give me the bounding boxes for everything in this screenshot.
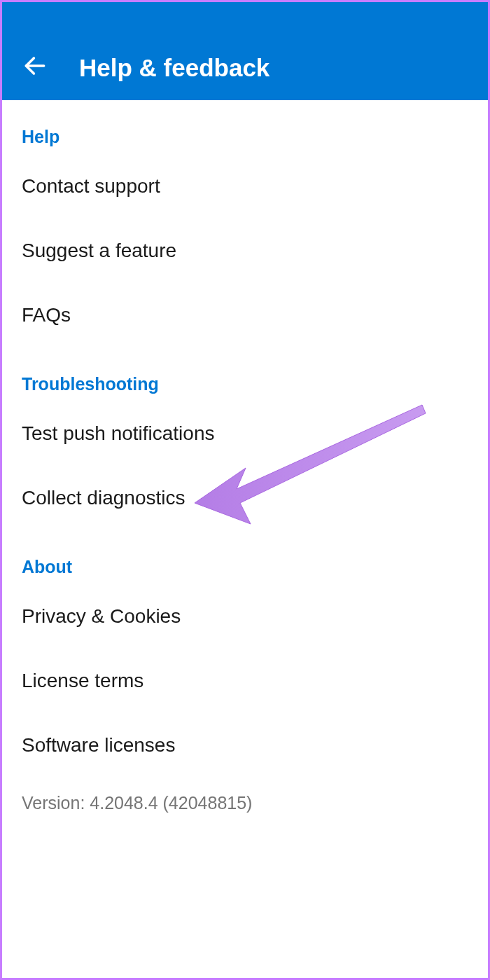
item-software-licenses[interactable]: Software licenses: [22, 713, 468, 778]
item-contact-support[interactable]: Contact support: [22, 154, 468, 219]
back-arrow-icon[interactable]: [22, 53, 48, 79]
page-title: Help & feedback: [79, 54, 270, 82]
item-suggest-feature[interactable]: Suggest a feature: [22, 219, 468, 283]
item-license-terms[interactable]: License terms: [22, 649, 468, 713]
version-text: Version: 4.2048.4 (42048815): [22, 778, 468, 829]
item-test-push-notifications[interactable]: Test push notifications: [22, 401, 468, 466]
item-collect-diagnostics[interactable]: Collect diagnostics: [22, 466, 468, 530]
content-area: Help Contact support Suggest a feature F…: [2, 100, 488, 829]
item-privacy-cookies[interactable]: Privacy & Cookies: [22, 584, 468, 649]
section-header-help: Help: [22, 100, 468, 154]
item-faqs[interactable]: FAQs: [22, 283, 468, 347]
section-header-troubleshooting: Troubleshooting: [22, 347, 468, 401]
section-header-about: About: [22, 530, 468, 584]
app-header: Help & feedback: [2, 2, 488, 100]
